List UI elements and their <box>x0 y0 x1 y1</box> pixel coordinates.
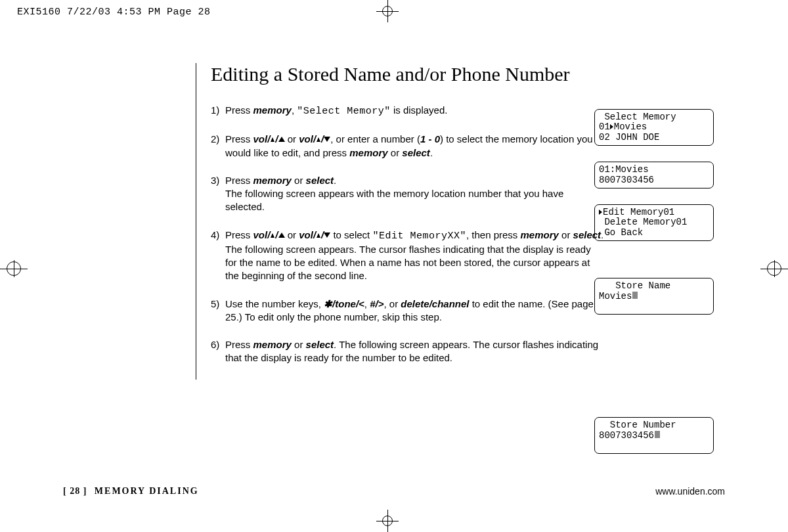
step-5: 5) Use the number keys, ✱/tone/<, #/>, o… <box>211 298 605 324</box>
ringer-icon <box>271 233 274 238</box>
text: , then press <box>466 229 521 240</box>
cursor-icon <box>655 431 660 438</box>
text: is displayed. <box>391 104 448 116</box>
step-4: 4) Press vol// or vol// to select "Edit … <box>211 229 605 283</box>
lcd-line: 02 JOHN DOE <box>599 132 659 143</box>
text: . <box>430 147 433 158</box>
selector-icon <box>599 210 602 215</box>
step-3: 3) Press memory or select. The following… <box>211 174 605 214</box>
lcd-line: Select Memory <box>599 112 676 122</box>
text: Press <box>225 229 253 240</box>
lcd-line: Edit Memory01 <box>603 207 674 217</box>
section-name: MEMORY DIALING <box>95 486 199 496</box>
keyword-vol: vol/ <box>253 133 271 144</box>
keyword-range: 1 - 0 <box>420 133 440 144</box>
crop-mark-icon <box>0 255 28 282</box>
keyword-select: select <box>306 339 334 350</box>
lcd-line: Movies <box>614 122 647 132</box>
lcd-text: "Edit MemoryXX" <box>372 231 466 242</box>
text: , <box>364 298 370 309</box>
lcd-line: Go Back <box>599 227 643 238</box>
lcd-line: 8007303456 <box>599 430 654 441</box>
page-footer: [ 28 ] MEMORY DIALING www.uniden.com <box>63 486 725 497</box>
text: , or enter a number ( <box>330 133 420 144</box>
keyword-memory: memory <box>253 104 292 116</box>
lcd-line: Movies <box>599 291 632 301</box>
star-icon: ✱ <box>324 298 332 309</box>
lcd-line: Store Name <box>599 280 670 291</box>
keyword-vol: vol/ <box>299 229 316 240</box>
lcd-line: 01 <box>599 122 610 132</box>
caret-up-icon <box>278 233 285 238</box>
text: or <box>285 133 299 144</box>
lcd-line: 01:Movies <box>599 164 649 175</box>
keyword-hash: #/ <box>370 298 378 309</box>
text: or <box>559 229 573 240</box>
lcd-select-memory: Select Memory 01Movies 02 JOHN DOE <box>594 109 714 146</box>
text: or <box>388 147 403 158</box>
crop-mark-icon <box>376 0 399 22</box>
keyword-vol: vol/ <box>299 133 316 144</box>
footer-url: www.uniden.com <box>655 486 725 497</box>
instruction-list: 1) Press memory, "Select Memory" is disp… <box>211 104 605 365</box>
text: , <box>292 104 297 116</box>
page-number: [ 28 ] <box>63 486 87 496</box>
text: or <box>292 339 306 350</box>
keyword-tone: /tone/ <box>332 298 359 309</box>
lcd-screens-column: Select Memory 01Movies 02 JOHN DOE 01:Mo… <box>594 109 714 470</box>
keyword-select: select <box>306 175 334 186</box>
lcd-line: Store Number <box>599 420 676 430</box>
lcd-text: "Select Memory" <box>297 106 391 117</box>
main-content: Editing a Stored Name and/or Phone Numbe… <box>196 63 605 380</box>
keyword-memory: memory <box>253 339 292 350</box>
caret-down-icon <box>324 137 330 142</box>
text: Press <box>225 175 253 186</box>
page-title: Editing a Stored Name and/or Phone Numbe… <box>211 63 605 85</box>
keyword-delete: delete/channel <box>401 298 469 309</box>
keyword-vol: vol/ <box>253 229 271 240</box>
lcd-edit-menu: Edit Memory01 Delete Memory01 Go Back <box>594 204 714 241</box>
text: Press <box>225 339 253 350</box>
lcd-store-number: Store Number 8007303456 <box>594 417 714 454</box>
caret-down-icon <box>324 233 330 238</box>
lcd-entry-detail: 01:Movies 8007303456 <box>594 162 714 188</box>
step-1: 1) Press memory, "Select Memory" is disp… <box>211 104 605 118</box>
keyword-memory: memory <box>253 175 292 186</box>
text: The following screen appears with the me… <box>225 188 563 212</box>
text: Press <box>225 104 253 116</box>
caret-up-icon <box>278 137 285 142</box>
crop-mark-icon <box>760 255 788 282</box>
text: , or <box>383 298 401 309</box>
keyword-memory: memory <box>349 147 387 158</box>
keyword-select: select <box>402 147 430 158</box>
print-job-header: EXI5160 7/22/03 4:53 PM Page 28 <box>17 7 211 18</box>
lcd-line: Delete Memory01 <box>599 217 687 227</box>
keyword-memory: memory <box>521 229 559 240</box>
crop-mark-icon <box>376 510 399 532</box>
selector-icon <box>610 124 613 129</box>
lcd-line: 8007303456 <box>599 175 654 185</box>
text: to select <box>330 229 372 240</box>
text: or <box>292 175 306 186</box>
ringer-icon <box>317 233 320 238</box>
text: Press <box>225 133 253 144</box>
cursor-icon <box>632 292 638 299</box>
lcd-store-name: Store Name Movies <box>594 278 714 315</box>
step-6: 6) Press memory or select. The following… <box>211 338 605 365</box>
step-2: 2) Press vol// or vol//, or enter a numb… <box>211 133 605 160</box>
text: Use the number keys, <box>225 298 324 309</box>
ringer-icon <box>271 137 274 142</box>
text: . <box>334 175 336 186</box>
ringer-icon <box>317 137 320 142</box>
text: or <box>285 229 299 240</box>
